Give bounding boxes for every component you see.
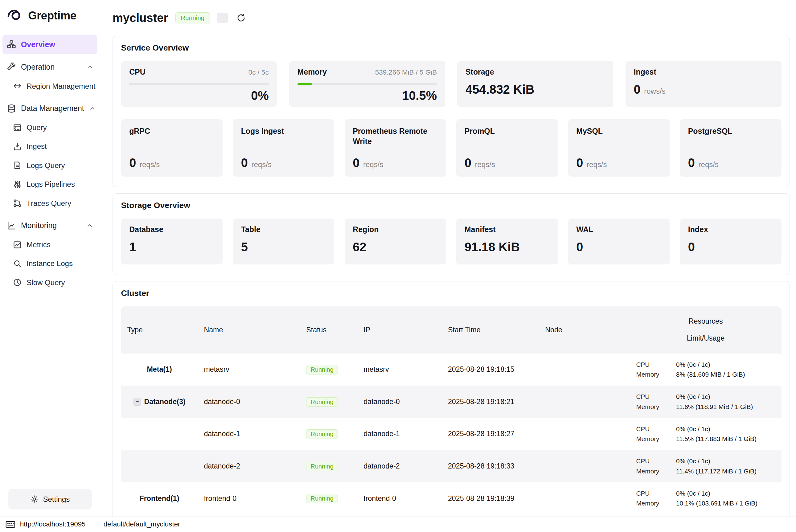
greptime-logo-icon: [7, 7, 24, 24]
sidebar-group-label: Monitoring: [21, 221, 57, 230]
wal-tile: WAL 0: [568, 218, 669, 264]
cell-ip: datanode-0: [357, 398, 442, 406]
cell-status: Running: [300, 462, 357, 470]
ingest-icon: [13, 142, 22, 151]
prometheus-remote-write-tile: Prometheus Remote Write 0 reqs/s: [345, 119, 446, 177]
memory-progress-bar: [298, 83, 437, 86]
table-row: Meta(1) metasrv Running metasrv 2025-08-…: [121, 354, 781, 386]
sidebar-group-label: Data Management: [21, 104, 84, 113]
search-icon: [13, 260, 22, 268]
refresh-button[interactable]: [235, 12, 247, 24]
table-row: Frontend(1) frontend-0 Running frontend-…: [121, 482, 781, 515]
manifest-tile: Manifest 91.18 KiB: [456, 218, 558, 264]
cell-type: Frontend(1): [121, 494, 198, 503]
cluster-title: Cluster: [121, 288, 781, 298]
status-badge: Running: [306, 462, 338, 471]
cell-resources: CPU Memory 0% (0c / 1c) 10.1% (103.691 M…: [630, 490, 781, 507]
sidebar-item-label: Traces Query: [26, 199, 71, 208]
sidebar-item-query[interactable]: Query: [8, 118, 97, 137]
sidebar-item-logs-query[interactable]: Logs Query: [8, 156, 97, 175]
resources-header-label: Resources: [689, 317, 723, 325]
cluster-table-header: Type Name Status IP Start Time Node Reso…: [121, 306, 781, 354]
brand-logo[interactable]: Greptime: [0, 3, 100, 35]
table-tile: Table 5: [233, 218, 334, 264]
table-row: datanode-2 Running datanode-2 2025-08-28…: [121, 450, 781, 482]
logs-query-icon: [13, 161, 22, 170]
brand-name: Greptime: [28, 9, 76, 22]
sidebar-group-monitoring[interactable]: Monitoring: [2, 216, 97, 235]
ingest-unit: rows/s: [644, 87, 665, 96]
memory-usage: 8% (81.609 MiB / 1 GiB): [676, 371, 745, 378]
cell-name: metasrv: [198, 365, 300, 374]
region-icon: [13, 82, 22, 90]
status-bar: http://localhost:19095 default/default_m…: [0, 517, 796, 532]
header-action-button[interactable]: [217, 13, 228, 23]
memory-usage: 11.4% (117.172 MiB / 1 GiB): [676, 468, 757, 475]
slow-query-icon: [13, 278, 22, 287]
database-tile: Database 1: [121, 218, 223, 264]
settings-label: Settings: [43, 495, 70, 504]
storage-overview-card: Storage Overview Database 1 Table 5 Regi…: [113, 193, 790, 275]
sidebar-item-region-management[interactable]: Region Management: [8, 77, 97, 96]
cell-name: datanode-1: [198, 430, 300, 438]
service-rates-row: gRPC 0 reqs/s Logs Ingest 0 reqs/s Prome…: [121, 119, 781, 177]
cell-type: − Datanode(3): [121, 398, 198, 406]
limit-usage-header-label: Limit/Usage: [687, 334, 725, 342]
cell-ip: datanode-1: [357, 430, 442, 438]
cluster-card: Cluster Type Name Status IP Start Time N…: [113, 281, 790, 517]
sidebar-item-traces-query[interactable]: Traces Query: [8, 194, 97, 213]
sidebar-item-metrics[interactable]: Metrics: [8, 235, 97, 254]
cluster-name-title: mycluster: [113, 11, 168, 25]
query-icon: [13, 124, 22, 132]
column-header-name: Name: [198, 306, 300, 354]
chevron-up-icon: [87, 223, 93, 229]
chevron-up-icon: [87, 64, 93, 70]
cell-status: Running: [300, 494, 357, 503]
keyboard-icon: [5, 520, 15, 528]
sidebar-item-logs-pipelines[interactable]: Logs Pipelines: [8, 175, 97, 194]
sidebar-item-slow-query[interactable]: Slow Query: [8, 273, 97, 292]
status-badge: Running: [306, 429, 338, 439]
cluster-status-badge: Running: [175, 12, 210, 24]
grpc-tile: gRPC 0 reqs/s: [121, 119, 223, 177]
cell-ip: frontend-0: [357, 494, 442, 503]
status-badge: Running: [306, 365, 338, 375]
traces-icon: [13, 199, 22, 207]
sidebar-item-label: Ingest: [26, 142, 47, 151]
cpu-label: CPU: [129, 68, 146, 76]
sidebar-group-data-management[interactable]: Data Management: [2, 99, 97, 118]
sidebar-item-label: Overview: [21, 40, 55, 49]
metrics-icon: [13, 241, 22, 249]
status-badge: Running: [306, 397, 338, 407]
index-tile: Index 0: [680, 218, 781, 264]
cell-name: frontend-0: [198, 494, 300, 503]
table-row: − Datanode(3) datanode-0 Running datanod…: [121, 385, 781, 418]
cell-name: datanode-0: [198, 398, 300, 406]
server-url: http://localhost:19095: [20, 520, 86, 528]
mysql-tile: MySQL 0 reqs/s: [568, 119, 669, 177]
sidebar-group-label: Operation: [21, 62, 55, 72]
sidebar-item-instance-logs[interactable]: Instance Logs: [8, 254, 97, 273]
cpu-detail: 0c / 5c: [248, 69, 269, 76]
column-header-type: Type: [121, 306, 198, 354]
chevron-up-icon: [89, 106, 95, 112]
database-icon: [7, 104, 16, 113]
sidebar-item-ingest[interactable]: Ingest: [8, 137, 97, 156]
sidebar-group-operation[interactable]: Operation: [2, 57, 97, 77]
sidebar-item-label: Logs Pipelines: [26, 180, 75, 189]
collapse-minus-icon[interactable]: −: [133, 398, 141, 406]
refresh-icon: [237, 14, 245, 22]
memory-usage: 10.1% (103.691 MiB / 1 GiB): [676, 500, 757, 507]
sidebar-item-overview[interactable]: Overview: [2, 35, 97, 54]
storage-value: 454.832 KiB: [466, 82, 605, 96]
sidebar-item-label: Slow Query: [26, 278, 65, 287]
database-scope: default/default_mycluster: [103, 520, 181, 528]
column-header-status: Status: [300, 306, 357, 354]
column-header-ip: IP: [357, 306, 442, 354]
sidebar-item-label: Logs Query: [26, 161, 65, 170]
memory-detail: 539.266 MiB / 5 GiB: [375, 69, 437, 76]
memory-usage: 11.5% (117.883 MiB / 1 GiB): [676, 435, 757, 443]
cpu-usage: 0% (0c / 1c): [676, 361, 745, 368]
pipelines-icon: [13, 180, 22, 189]
settings-button[interactable]: Settings: [8, 489, 92, 509]
